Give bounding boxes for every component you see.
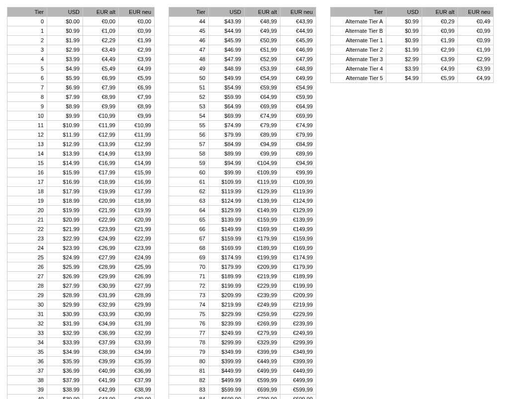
cell-eur-alt: €209,99 (245, 262, 280, 272)
header-eur-alt: EUR alt (422, 7, 458, 17)
cell-eur-neu: €9,99 (119, 111, 155, 121)
cell-eur-alt: €104,99 (245, 159, 280, 168)
header-eur-alt: EUR alt (83, 7, 119, 17)
table-row: 5$4.99€5,49€4,99 (7, 64, 155, 74)
cell-eur-neu: €36,99 (119, 366, 155, 376)
cell-eur-alt: €129,99 (245, 187, 280, 196)
cell-tier: 74 (169, 300, 209, 310)
cell-usd: $20.99 (47, 215, 83, 225)
pricing-table-alternate: TierUSDEUR altEUR neuAlternate Tier A$0.… (330, 7, 494, 83)
table-row: 79$349.99€399,99€349,99 (169, 347, 316, 357)
cell-eur-neu: €299,99 (280, 338, 316, 347)
cell-usd: $239.99 (209, 319, 245, 328)
cell-usd: $36.99 (47, 366, 83, 376)
table-row: 72$199.99€229,99€199,99 (169, 281, 316, 291)
table-row: 39$38.99€42,99€38,99 (7, 385, 155, 395)
table-row: 53$64.99€69,99€64,99 (169, 102, 316, 111)
table-row: 3$2.99€3,49€2,99 (7, 45, 155, 55)
cell-usd: $119.99 (209, 187, 245, 196)
header-eur-alt: EUR alt (245, 7, 280, 17)
cell-eur-neu: €35,99 (119, 357, 155, 366)
cell-tier: 5 (7, 64, 47, 74)
cell-usd: $13.99 (47, 149, 83, 159)
table-row: 9$8.99€9,99€8,99 (7, 102, 155, 111)
table-row: 18$17.99€19,99€17,99 (7, 187, 155, 196)
cell-eur-neu: €34,99 (119, 347, 155, 357)
cell-usd: $174.99 (209, 253, 245, 262)
cell-eur-alt: €3,99 (422, 55, 458, 64)
cell-tier: 77 (169, 328, 209, 338)
cell-usd: $109.99 (209, 177, 245, 187)
cell-eur-alt: €24,99 (83, 234, 119, 243)
table-row: 62$119.99€129,99€119,99 (169, 187, 316, 196)
cell-usd: $4.99 (47, 64, 83, 74)
cell-eur-alt: €64,99 (245, 92, 280, 102)
cell-eur-alt: €109,99 (245, 168, 280, 177)
cell-usd: $99.99 (209, 168, 245, 177)
cell-eur-neu: €17,99 (119, 187, 155, 196)
cell-eur-alt: €32,99 (83, 300, 119, 310)
table-row: 50$49.99€54,99€49,99 (169, 74, 316, 83)
table-row: 8$7.99€8,99€7,99 (7, 92, 155, 102)
cell-usd: $129.99 (209, 206, 245, 215)
cell-eur-neu: €13,99 (119, 149, 155, 159)
table-row: 77$249.99€279,99€249,99 (169, 328, 316, 338)
table-row: 40$39.99€43,99€39,99 (7, 395, 155, 399)
cell-usd: $4.99 (386, 74, 422, 83)
table-row: 71$189.99€219,99€189,99 (169, 272, 316, 281)
cell-eur-alt: €79,99 (245, 121, 280, 130)
cell-tier: 64 (169, 206, 209, 215)
cell-usd: $30.99 (47, 310, 83, 319)
cell-usd: $16.99 (47, 177, 83, 187)
header-tier: Tier (7, 7, 47, 17)
cell-eur-alt: €22,99 (83, 215, 119, 225)
cell-tier: 16 (7, 168, 47, 177)
cell-tier: 71 (169, 272, 209, 281)
table-row: 54$69.99€74,99€69,99 (169, 111, 316, 121)
cell-tier: 44 (169, 17, 209, 26)
cell-tier: Alternate Tier B (331, 26, 386, 36)
cell-eur-alt: €2,99 (422, 45, 458, 55)
cell-tier: Alternate Tier 2 (331, 45, 386, 55)
cell-eur-neu: €10,99 (119, 121, 155, 130)
header-tier: Tier (331, 7, 386, 17)
cell-tier: 82 (169, 376, 209, 385)
cell-usd: $44.99 (209, 26, 245, 36)
cell-usd: $49.99 (209, 74, 245, 83)
cell-usd: $449.99 (209, 366, 245, 376)
header-eur-neu: EUR neu (119, 7, 155, 17)
cell-eur-neu: €229,99 (280, 310, 316, 319)
cell-eur-alt: €199,99 (245, 253, 280, 262)
cell-tier: 66 (169, 225, 209, 234)
cell-usd: $1.99 (386, 45, 422, 55)
cell-usd: $28.99 (47, 291, 83, 300)
cell-eur-alt: €50,99 (245, 36, 280, 45)
cell-usd: $19.99 (47, 206, 83, 215)
cell-eur-alt: €12,99 (83, 130, 119, 140)
table-row: 6$5.99€6,99€5,99 (7, 74, 155, 83)
cell-eur-alt: €6,99 (83, 74, 119, 83)
cell-eur-neu: €189,99 (280, 272, 316, 281)
cell-eur-alt: €14,99 (83, 149, 119, 159)
cell-usd: $299.99 (209, 338, 245, 347)
cell-eur-neu: €79,99 (280, 130, 316, 140)
table-row: 51$54.99€59,99€54,99 (169, 83, 316, 92)
cell-tier: 25 (7, 253, 47, 262)
table-row: 20$19.99€21,99€19,99 (7, 206, 155, 215)
table-row: Alternate Tier 2$1.99€2,99€1,99 (331, 45, 494, 55)
cell-tier: 40 (7, 395, 47, 399)
cell-eur-alt: €37,99 (83, 338, 119, 347)
cell-tier: 46 (169, 36, 209, 45)
cell-eur-neu: €27,99 (119, 281, 155, 291)
cell-eur-alt: €13,99 (83, 140, 119, 149)
cell-eur-alt: €51,99 (245, 45, 280, 55)
cell-eur-alt: €40,99 (83, 366, 119, 376)
cell-eur-neu: €33,99 (119, 338, 155, 347)
cell-eur-alt: €27,99 (83, 253, 119, 262)
cell-eur-alt: €4,49 (83, 55, 119, 64)
cell-eur-neu: €6,99 (119, 83, 155, 92)
table-row: 61$109.99€119,99€109,99 (169, 177, 316, 187)
cell-tier: 29 (7, 291, 47, 300)
cell-eur-neu: €159,99 (280, 234, 316, 243)
cell-eur-alt: €20,99 (83, 196, 119, 206)
